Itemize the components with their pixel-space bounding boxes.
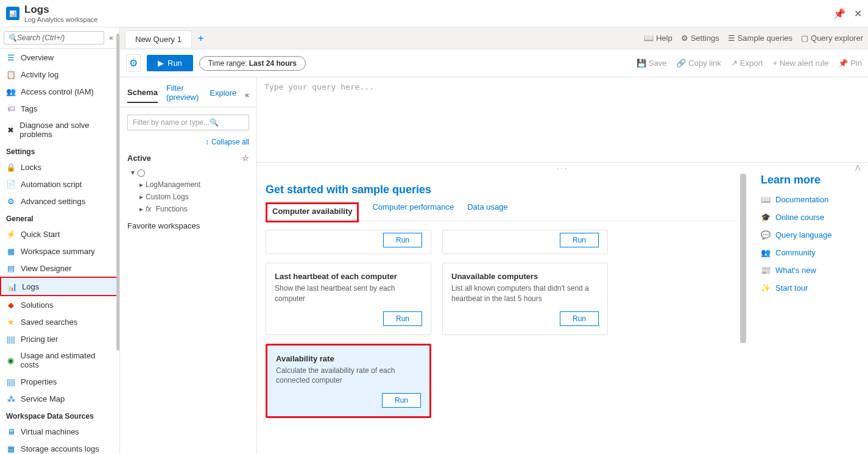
sidebar-item-solutions[interactable]: ◆Solutions <box>0 296 119 313</box>
nav-label: View Designer <box>21 264 72 273</box>
community-icon: 👥 <box>761 248 771 257</box>
sidebar-item-properties[interactable]: ||||Properties <box>0 373 119 390</box>
service-map-icon: ⁂ <box>6 394 16 403</box>
sidebar-item-logs[interactable]: 📊Logs <box>0 277 119 296</box>
tree-workspace-node[interactable]: ▾◯ <box>127 166 249 179</box>
fx-icon: fx <box>146 205 153 213</box>
star-icon[interactable]: ☆ <box>242 154 249 163</box>
time-label: Time range: <box>208 59 247 68</box>
nav-label: Access control (IAM) <box>21 87 94 96</box>
card-run-button[interactable]: Run <box>383 311 422 326</box>
sidebar-item-tags[interactable]: 🏷Tags <box>0 100 119 117</box>
learn-link-online-course[interactable]: 🎓Online course <box>761 213 862 222</box>
sidebar-item-service-map[interactable]: ⁂Service Map <box>0 390 119 407</box>
expand-icon[interactable]: ᐱ <box>855 164 862 172</box>
schema-tab-filter[interactable]: Filter (preview) <box>166 83 201 107</box>
card-run-button[interactable]: Run <box>560 311 599 326</box>
tab-new-query[interactable]: New Query 1 <box>125 30 192 48</box>
sidebar-item-workspace-summary[interactable]: ▦Workspace summary <box>0 243 119 260</box>
query-input[interactable]: Type your query here... <box>257 77 868 163</box>
add-tab-button[interactable]: + <box>192 29 210 48</box>
pricing-icon: |||| <box>6 334 16 344</box>
search-input[interactable]: 🔍 Search (Ctrl+/) <box>4 31 104 44</box>
sample-tab-computer-availability[interactable]: Computer availability <box>266 202 359 222</box>
sidebar-item-pricing-tier[interactable]: ||||Pricing tier <box>0 330 119 347</box>
drag-handle[interactable]: ···ᐱ <box>257 163 868 174</box>
learn-link-community[interactable]: 👥Community <box>761 248 862 257</box>
sidebar-item-diagnose[interactable]: ✖Diagnose and solve problems <box>0 117 119 143</box>
learn-label: Online course <box>775 213 824 222</box>
toolbar-label: Save <box>649 59 667 68</box>
card-run-button[interactable]: Run <box>383 233 422 247</box>
schema-tab-explore[interactable]: Explore <box>210 88 236 102</box>
learn-link-query-language[interactable]: 💬Query language <box>761 230 862 239</box>
search-placeholder: Search (Ctrl+/) <box>17 34 65 42</box>
copy-link-button[interactable]: 🔗Copy link <box>676 59 721 68</box>
settings-link[interactable]: ⚙Settings <box>681 34 719 43</box>
sidebar-item-overview[interactable]: ☰Overview <box>0 49 119 66</box>
sidebar-item-virtual-machines[interactable]: 🖥Virtual machines <box>0 423 119 440</box>
learn-link-documentation[interactable]: 📖Documentation <box>761 195 862 204</box>
nav-label: Solutions <box>21 300 53 310</box>
query-explorer-link[interactable]: ▢Query explorer <box>801 34 863 43</box>
favorite-workspaces-label[interactable]: Favorite workspaces <box>120 218 256 234</box>
pin-icon: 📌 <box>838 59 848 68</box>
pin-icon[interactable]: 📌 <box>833 8 845 20</box>
sample-tab-data-usage[interactable]: Data usage <box>467 202 508 221</box>
schema-collapse-icon[interactable]: « <box>245 91 249 99</box>
run-button[interactable]: ▶Run <box>147 55 193 71</box>
new-alert-button[interactable]: +New alert rule <box>772 59 828 68</box>
learn-link-start-tour[interactable]: ✨Start tour <box>761 283 862 293</box>
nav-label: Overview <box>21 53 54 62</box>
storage-icon: ▦ <box>6 444 16 453</box>
learn-label: Documentation <box>775 195 828 204</box>
solutions-icon: ◆ <box>6 300 16 310</box>
sidebar-item-view-designer[interactable]: ▤View Designer <box>0 260 119 277</box>
sample-tab-computer-performance[interactable]: Computer performance <box>372 202 454 221</box>
save-button[interactable]: 💾Save <box>637 59 667 68</box>
tree-item-logmanagement[interactable]: ▸LogManagement <box>127 179 249 191</box>
nav-label: Virtual machines <box>21 427 79 436</box>
collapse-all-button[interactable]: ↕Collapse all <box>120 138 256 151</box>
sidebar-item-advanced-settings[interactable]: ⚙Advanced settings <box>0 193 119 210</box>
card-run-button[interactable]: Run <box>382 393 421 408</box>
chevron-right-icon: ▸ <box>139 205 143 213</box>
chevron-right-icon: ▸ <box>139 193 143 201</box>
sidebar-item-activity-log[interactable]: 📋Activity log <box>0 66 119 83</box>
nav-label: Pricing tier <box>21 335 58 344</box>
adjust-button[interactable]: ⚙ <box>126 54 141 72</box>
schema-tab-schema[interactable]: Schema <box>127 88 158 103</box>
tree-item-custom-logs[interactable]: ▸Custom Logs <box>127 191 249 203</box>
logs-icon: 📊 <box>7 282 17 291</box>
section-header-settings: Settings <box>0 143 119 158</box>
nav-label: Saved searches <box>21 317 77 327</box>
sample-queries-link[interactable]: ☰Sample queries <box>728 34 792 43</box>
toolbar-label: New alert rule <box>780 59 828 68</box>
learn-link-whats-new[interactable]: 📰What's new <box>761 266 862 275</box>
learn-label: Community <box>775 248 816 257</box>
tabbar: New Query 1 + 📖Help ⚙Settings ☰Sample qu… <box>120 27 868 49</box>
nav-label: Usage and estimated costs <box>21 351 113 369</box>
export-button[interactable]: ↗Export <box>731 59 763 68</box>
sidebar-item-quick-start[interactable]: ⚡Quick Start <box>0 225 119 243</box>
chevron-down-icon: ▾ <box>131 168 135 177</box>
sidebar-scrollbar[interactable] <box>116 34 120 350</box>
overview-icon: ☰ <box>6 52 16 62</box>
time-range-selector[interactable]: Time range: Last 24 hours <box>199 56 306 71</box>
sidebar-item-automation-script[interactable]: 📄Automation script <box>0 176 119 193</box>
sidebar-collapse-icon[interactable]: « <box>107 34 116 42</box>
toolbar-label: Pin <box>850 59 862 68</box>
results-scrollbar[interactable] <box>740 174 746 343</box>
sidebar-item-storage-accounts[interactable]: ▦Storage accounts logs <box>0 440 119 454</box>
sidebar-item-saved-searches[interactable]: ★Saved searches <box>0 313 119 330</box>
close-icon[interactable]: ✕ <box>854 8 862 20</box>
sidebar-item-access-control[interactable]: 👥Access control (IAM) <box>0 83 119 100</box>
pin-button[interactable]: 📌Pin <box>838 59 862 68</box>
schema-filter-input[interactable]: Filter by name or type...🔍 <box>127 115 249 130</box>
help-link[interactable]: 📖Help <box>644 34 672 43</box>
sidebar-item-usage-costs[interactable]: ◉Usage and estimated costs <box>0 347 119 373</box>
card-run-button[interactable]: Run <box>560 233 599 247</box>
tree-item-functions[interactable]: ▸fx Functions <box>127 203 249 215</box>
sidebar-item-locks[interactable]: 🔒Locks <box>0 158 119 176</box>
link-icon: 🔗 <box>676 59 686 68</box>
